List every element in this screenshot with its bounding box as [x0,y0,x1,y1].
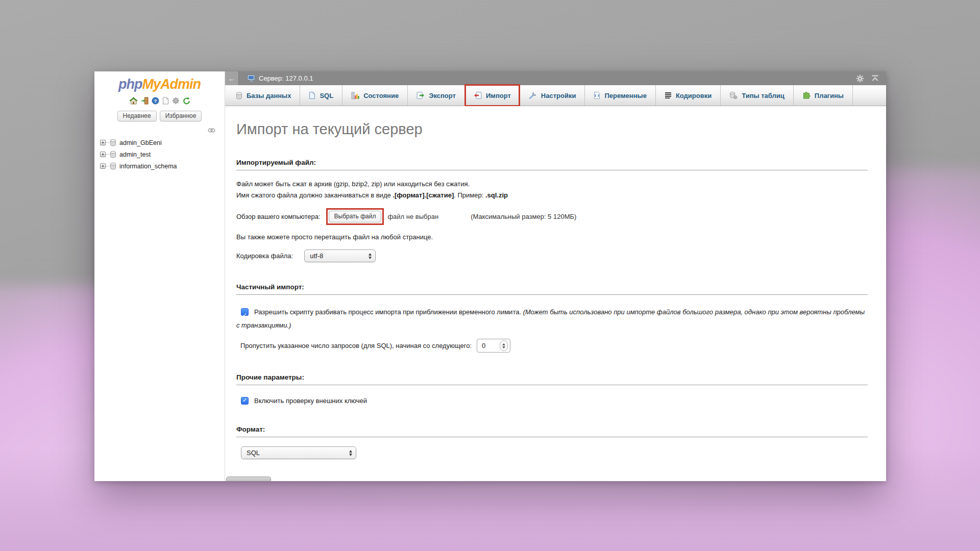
chain-link-icon[interactable] [208,126,215,134]
charsets-list-icon [665,92,672,99]
database-icon [110,162,116,170]
tree-item-label[interactable]: admin_test [119,151,151,158]
expand-icon[interactable] [100,163,106,169]
recent-tab-button[interactable]: Недавнее [117,111,157,121]
format-select[interactable]: SQL [241,446,356,459]
tab-label: Базы данных [247,92,291,99]
partial-import-option: Разрешить скрипту разбивать процесс импо… [236,306,868,332]
console-bar[interactable] [226,477,271,481]
svg-text:?: ? [154,97,157,103]
logo-php-part: php [118,77,142,92]
sidebar-icon-row: ? [94,96,225,105]
max-size-text: (Максимальный размер: 5 120МБ) [471,213,576,220]
skip-queries-label: Пропустить указанное число запросов (для… [240,342,472,349]
section-heading-format: Формат: [236,425,868,437]
tree-connector [106,154,110,155]
tree-item-admin-test[interactable]: admin_test [100,148,225,160]
database-icon [236,92,242,99]
tab-label: Экспорт [429,92,456,99]
tab-variables[interactable]: Переменные [585,85,655,106]
tab-label: Переменные [604,92,646,99]
foreign-key-label: Включить проверку внешних ключей [254,397,367,405]
page-title: Импорт на текущий сервер [236,121,868,138]
sidebar: phpMyAdmin ? Недавнее Избранное admin_Gb… [94,71,225,481]
server-monitor-icon [247,74,256,82]
tab-label: Плагины [815,92,844,99]
favorites-tab-button[interactable]: Избранное [160,111,202,121]
titlebar-actions [856,74,886,83]
page-settings-gear-icon[interactable] [856,74,864,83]
no-file-chosen-text: файл не выбран [387,213,438,220]
tab-label: Состояние [363,92,399,99]
foreign-key-checkbox[interactable] [241,397,249,405]
stepper-down-icon[interactable] [502,346,505,348]
section-heading-partial: Частичный импорт: [236,283,868,295]
section-heading-file: Импортируемый файл: [236,159,868,170]
tab-databases[interactable]: Базы данных [227,85,300,106]
file-upload-row: Обзор вашего компьютера: Выбрать файл фа… [236,208,868,225]
tab-label: Кодировки [676,92,712,99]
expand-icon[interactable] [100,140,106,145]
skip-queries-input[interactable]: 0 [477,339,510,353]
file-hint-line1: Файл может быть сжат в архив (gzip, bzip… [236,179,868,189]
database-tree: admin_GbEeni admin_test information_sche… [94,137,225,172]
database-icon [110,151,116,158]
tree-connector [106,166,110,166]
titlebar: ← Сервер: 127.0.0.1 [225,71,886,85]
collapse-icon[interactable] [871,75,879,82]
charset-label: Кодировка файла: [236,252,293,260]
hint-format-pattern: .[формат].[сжатие] [393,191,454,199]
tab-import[interactable]: Импорт [465,85,520,106]
select-arrows-icon [349,450,352,456]
hint-text: Имя сжатого файла должно заканчиваться в… [236,191,393,199]
tree-item-label[interactable]: information_schema [119,163,177,170]
annotation-highlight-choose-file: Выбрать файл [326,208,384,225]
server-breadcrumb[interactable]: Сервер: 127.0.0.1 [259,74,313,82]
section-heading-other: Прочие параметры: [236,373,868,385]
skip-queries-value: 0 [482,342,500,349]
stepper-up-icon[interactable] [502,343,505,345]
tab-status[interactable]: Состояние [342,85,408,106]
sql-document-icon [309,91,315,99]
number-stepper[interactable] [500,340,508,351]
partial-import-checkbox[interactable] [241,308,249,316]
back-button[interactable]: ← [225,71,239,85]
tab-engines[interactable]: Типы таблиц [721,85,794,106]
documentation-icon[interactable] [162,97,169,105]
home-icon[interactable] [129,97,138,105]
tab-label: SQL [320,92,333,99]
format-select-value: SQL [247,449,260,457]
tab-charsets[interactable]: Кодировки [656,85,721,106]
hint-text: . Пример: [454,191,485,199]
tab-label: Настройки [541,92,576,99]
refresh-icon[interactable] [183,97,190,105]
tree-item-admin-gbeeni[interactable]: admin_GbEeni [100,137,225,148]
expand-icon[interactable] [100,152,106,157]
tab-export[interactable]: Экспорт [408,85,465,106]
tab-sql[interactable]: SQL [300,85,342,106]
drag-drop-note: Вы также можете просто перетащить файл н… [236,232,868,242]
tree-item-label[interactable]: admin_GbEeni [119,139,162,146]
phpmyadmin-logo[interactable]: phpMyAdmin [94,77,225,92]
sidebar-tabs: Недавнее Избранное [94,111,225,121]
charset-row: Кодировка файла: utf-8 [236,249,868,262]
settings-gear-icon[interactable] [172,97,180,105]
browse-label: Обзор вашего компьютера: [236,213,321,220]
select-arrows-icon [369,253,372,259]
charset-select[interactable]: utf-8 [304,249,376,262]
tab-settings[interactable]: Настройки [520,85,585,106]
status-chart-icon [351,92,359,99]
choose-file-button[interactable]: Выбрать файл [329,211,382,222]
tab-plugins[interactable]: Плагины [794,85,853,106]
logout-door-icon[interactable] [141,97,149,105]
main-content: Импорт на текущий сервер Импортируемый ф… [225,106,886,481]
skip-queries-row: Пропустить указанное число запросов (для… [240,339,868,353]
tree-item-information-schema[interactable]: information_schema [100,160,225,172]
hint-example: .sql.zip [485,191,508,199]
section-heading-format-options: Параметры формата: [236,480,868,481]
help-icon[interactable]: ? [152,97,159,105]
wrench-icon [529,91,537,99]
charset-select-value: utf-8 [310,252,323,260]
variables-icon [594,91,600,99]
database-icon [110,139,116,146]
